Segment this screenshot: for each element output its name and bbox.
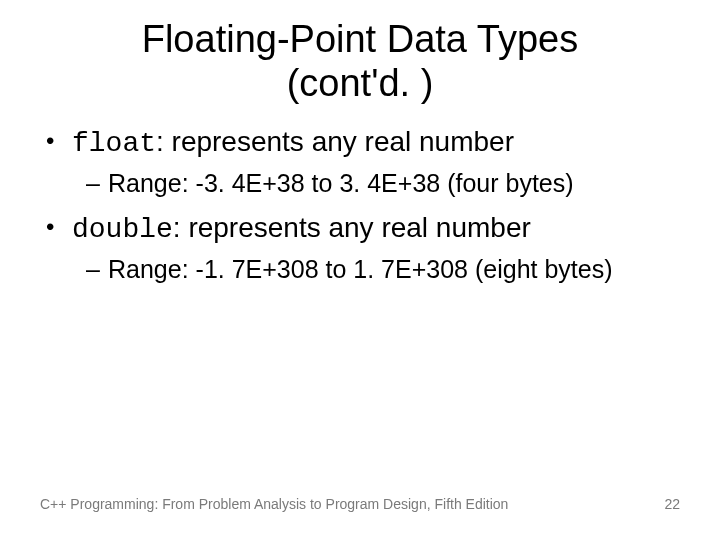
float-range-text: Range: -3. 4E+38 to 3. 4E+38 (four bytes…	[108, 167, 680, 201]
code-double: double	[72, 214, 173, 245]
desc-double: : represents any real number	[173, 212, 531, 243]
slide: Floating-Point Data Types (cont'd. ) • f…	[0, 0, 720, 540]
page-number: 22	[664, 496, 680, 512]
subbullet-double-range: – Range: -1. 7E+308 to 1. 7E+308 (eight …	[86, 253, 680, 287]
title-line-1: Floating-Point Data Types	[142, 18, 579, 60]
dash-icon: –	[86, 253, 108, 287]
title-line-2: (cont'd. )	[287, 62, 434, 104]
slide-title: Floating-Point Data Types (cont'd. )	[40, 18, 680, 105]
slide-body: • float: represents any real number – Ra…	[40, 123, 680, 286]
subbullet-float-range: – Range: -3. 4E+38 to 3. 4E+38 (four byt…	[86, 167, 680, 201]
bullet-double-text: double: represents any real number	[72, 209, 680, 249]
bullet-dot-icon: •	[46, 123, 72, 163]
bullet-dot-icon: •	[46, 209, 72, 249]
bullet-float: • float: represents any real number	[46, 123, 680, 163]
bullet-float-text: float: represents any real number	[72, 123, 680, 163]
bullet-double: • double: represents any real number	[46, 209, 680, 249]
slide-footer: C++ Programming: From Problem Analysis t…	[40, 496, 680, 512]
code-float: float	[72, 128, 156, 159]
footer-book-title: C++ Programming: From Problem Analysis t…	[40, 496, 508, 512]
dash-icon: –	[86, 167, 108, 201]
double-range-text: Range: -1. 7E+308 to 1. 7E+308 (eight by…	[108, 253, 680, 287]
desc-float: : represents any real number	[156, 126, 514, 157]
